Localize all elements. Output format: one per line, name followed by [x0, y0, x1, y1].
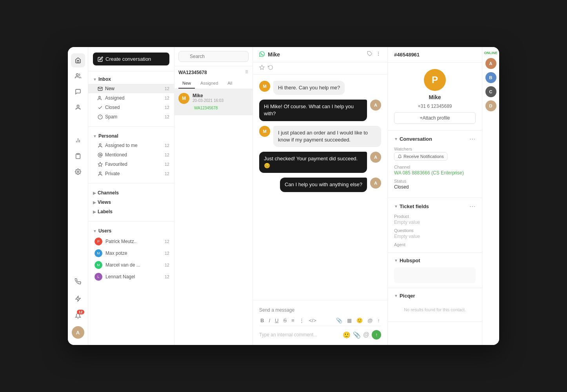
sidebar-item-assigned[interactable]: Assigned 12	[88, 93, 174, 103]
tab-all[interactable]: All	[224, 78, 236, 89]
receive-notifications-button[interactable]: Receive Notifications	[394, 152, 447, 161]
star-icon[interactable]	[259, 65, 265, 72]
input-footer: Type an internal comment... 🙂 📎 @ ↑	[259, 328, 381, 341]
conversation-more-button[interactable]: ⋯	[469, 135, 476, 143]
svg-point-13	[99, 154, 101, 156]
more-icon[interactable]	[376, 51, 381, 58]
search-input[interactable]	[178, 51, 249, 62]
clipboard-nav-icon[interactable]	[71, 149, 85, 163]
sidebar: Create conversation ▼ Inbox New 12	[88, 47, 174, 345]
attach-profile-button[interactable]: +Attach profile	[394, 112, 476, 124]
phone-icon[interactable]	[71, 274, 85, 289]
channels-header[interactable]: ▶ Channels	[88, 188, 174, 198]
ticket-fields-header: ▼ Ticket fields ⋯	[394, 203, 476, 210]
online-column: Online A B C D	[482, 47, 499, 345]
svg-point-1	[77, 105, 79, 107]
msg-avatar-m1: M	[259, 81, 270, 92]
input-actions: 🙂 📎 @ ↑	[343, 330, 381, 339]
msg-avatar-m3: M	[259, 126, 270, 137]
picqer-chevron: ▼	[394, 294, 398, 298]
send-toolbar-icon[interactable]: ↑	[376, 317, 382, 324]
chat-nav-icon[interactable]	[71, 85, 85, 99]
settings-nav-icon[interactable]	[71, 165, 85, 179]
input-placeholder[interactable]: Type an internal comment...	[259, 332, 340, 338]
tab-new[interactable]: New	[178, 78, 195, 89]
sidebar-item-favourited[interactable]: Favourited 12	[88, 160, 174, 169]
send-button[interactable]: ↑	[372, 330, 381, 339]
personal-chevron: ▼	[93, 134, 97, 138]
chat-header: Mike	[253, 47, 387, 62]
svg-point-25	[378, 52, 378, 52]
bell-icon[interactable]: 12	[71, 309, 85, 323]
send-message-label: Send a message	[259, 304, 381, 314]
picqer-header: ▼ Picqer	[394, 293, 476, 299]
inbox-section-header[interactable]: ▼ Inbox	[88, 74, 174, 84]
svg-marker-28	[260, 65, 264, 69]
sidebar-item-private[interactable]: Private 12	[88, 169, 174, 178]
sidebar-item-new[interactable]: New 12	[88, 84, 174, 93]
emoji-icon[interactable]: 🙂	[355, 317, 364, 324]
sidebar-item-spam[interactable]: Spam 12	[88, 112, 174, 122]
code-button[interactable]: </>	[308, 317, 318, 324]
contact-card: P Mike +31 6 12345689 +Attach profile	[388, 63, 482, 131]
channel-value: WA 085 8883666 (CS Enterprise)	[394, 170, 476, 176]
template-icon[interactable]: ▦	[346, 317, 353, 324]
right-panel: #46548961 P Mike +31 6 12345689 +Attach …	[388, 47, 482, 345]
svg-marker-14	[98, 162, 102, 166]
tab-assigned[interactable]: Assigned	[196, 78, 222, 89]
sidebar-item-mentioned[interactable]: Mentioned 12	[88, 150, 174, 160]
contact-nav-icon[interactable]	[71, 100, 85, 114]
formatting-toolbar: B I U S ≡ ⋮ </> 📎 ▦ 🙂 @ ↑	[259, 314, 381, 326]
mention-icon[interactable]: @	[366, 317, 374, 324]
conversations-panel: WA12345678 New Assigned All M Mike	[174, 47, 253, 345]
labels-header[interactable]: ▶ Labels	[88, 207, 174, 216]
online-avatar-1[interactable]: B	[485, 72, 496, 83]
at-input-icon[interactable]: @	[363, 331, 369, 338]
create-conversation-button[interactable]: Create conversation	[93, 53, 169, 65]
online-avatar-3[interactable]: D	[485, 100, 496, 111]
tags-icon[interactable]	[367, 51, 373, 58]
users-chevron: ▼	[93, 229, 97, 233]
italic-button[interactable]: I	[267, 317, 271, 324]
views-header[interactable]: ▶ Views	[88, 198, 174, 207]
questions-label: Questions	[394, 228, 476, 233]
ticket-fields-more-button[interactable]: ⋯	[469, 203, 476, 210]
conv-content: Mike 20-03-2021 16:03 WA12345678	[193, 93, 249, 111]
strikethrough-button[interactable]: S	[282, 317, 288, 324]
online-avatar-0[interactable]: A	[485, 58, 496, 69]
conversation-item[interactable]: M Mike 20-03-2021 16:03 WA12345678	[174, 89, 253, 115]
ticket-id: #46548961	[394, 52, 476, 58]
attachment-icon[interactable]: 📎	[335, 317, 343, 324]
users-section-header[interactable]: ▼ Users	[88, 226, 174, 236]
sidebar-item-assigned-to-me[interactable]: Assigned to me 12	[88, 141, 174, 150]
inbox-nav-icon[interactable]	[71, 53, 85, 67]
personal-section-header[interactable]: ▼ Personal	[88, 131, 174, 141]
list-button[interactable]: ≡	[290, 317, 296, 324]
chat-header-actions	[367, 51, 381, 58]
channels-chevron: ▶	[93, 191, 96, 195]
user-item-2[interactable]: M Marcel van de ... 12	[88, 259, 174, 271]
chart-nav-icon[interactable]	[71, 133, 85, 147]
lightning-icon[interactable]	[71, 292, 85, 306]
attach-input-icon[interactable]: 📎	[353, 331, 361, 339]
history-icon[interactable]	[268, 65, 273, 72]
hubspot-chevron: ▼	[394, 258, 398, 263]
message-row-3: M I just placed an order and I would lik…	[259, 126, 381, 147]
ticket-fields-section: ▼ Ticket fields ⋯ Product Empty value Qu…	[388, 198, 482, 253]
user-item-0[interactable]: P Patrick Meutz.. 12	[88, 236, 174, 247]
underline-button[interactable]: U	[274, 317, 280, 324]
svg-point-8	[99, 96, 100, 98]
sidebar-item-closed[interactable]: Closed 12	[88, 103, 174, 112]
smile-input-icon[interactable]: 🙂	[343, 331, 351, 339]
ordered-list-button[interactable]: ⋮	[298, 317, 305, 324]
user-item-3[interactable]: L Lennart Nagel 12	[88, 271, 174, 283]
inbox-filter-icon[interactable]	[244, 69, 249, 75]
team-nav-icon[interactable]	[71, 69, 85, 83]
user-avatar[interactable]: A	[72, 326, 84, 339]
contact-avatar: P	[424, 69, 446, 91]
online-avatar-2[interactable]: C	[485, 86, 496, 97]
hubspot-header: ▼ Hubspot	[394, 258, 476, 263]
bold-button[interactable]: B	[259, 317, 265, 324]
user-item-1[interactable]: M Max potze 12	[88, 247, 174, 259]
message-row-4: A Just checked! Your payment did succeed…	[259, 152, 381, 173]
